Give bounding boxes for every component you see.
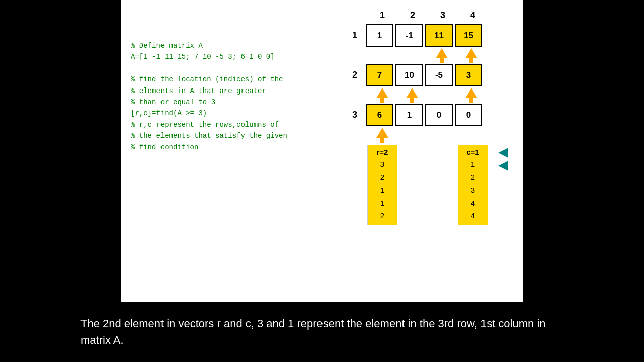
arrow-cell-1-4	[456, 48, 486, 63]
row-header-3: 3	[345, 110, 365, 120]
code-line-3	[131, 63, 287, 74]
cell-2-3: -5	[425, 64, 453, 86]
black-right-bar	[523, 0, 644, 302]
cell-2-4: 3	[455, 64, 482, 86]
cell-2-2: 10	[395, 64, 423, 86]
caption-text: The 2nd element in vectors r and c, 3 an…	[80, 315, 564, 348]
cell-1-4: 15	[455, 24, 482, 47]
cell-1-3: 11	[425, 24, 453, 47]
arrow-up-3-1	[376, 128, 388, 138]
result-r-values: 32112	[372, 158, 393, 222]
cell-3-3: 0	[425, 104, 453, 126]
arrow-shaft-2-1	[380, 98, 384, 103]
arrow-cell-2-2	[397, 88, 427, 103]
code-line-9: % the elements that satisfy the given	[131, 130, 287, 141]
result-r-box: r=2 32112	[367, 145, 397, 225]
arrow-up-2-1	[376, 88, 388, 98]
result-c-box: c=1 12344	[458, 145, 488, 225]
slide-content: % Define matrix A A=[1 -1 11 15; 7 10 -5…	[121, 0, 523, 302]
arrow-up-2-4	[465, 88, 477, 98]
cell-1-1: 1	[366, 24, 393, 47]
col-header-1: 1	[367, 10, 397, 21]
code-line-6: % than or equal to 3	[131, 97, 287, 108]
code-line-8: % r,c represent the rows,columns of	[131, 119, 287, 130]
arrow-cell-1-3	[427, 48, 456, 63]
code-line-1: % Define matrix A	[131, 40, 287, 51]
arrow-shaft-3-1	[380, 138, 384, 143]
col-header-2: 2	[397, 10, 428, 21]
cell-1-2: -1	[395, 24, 423, 47]
code-line-7: [r,c]=find(A >= 3)	[131, 108, 287, 119]
arrows-row3	[367, 128, 508, 142]
arrow-shaft-2-2	[410, 98, 414, 103]
code-section: % Define matrix A A=[1 -1 11 15; 7 10 -5…	[131, 40, 287, 153]
arrow-up-1-3	[436, 48, 448, 58]
code-line-2: A=[1 -1 11 15; 7 10 -5 3; 6 1 0 0]	[131, 51, 287, 62]
col-headers: 1 2 3 4	[367, 10, 508, 21]
arrow-cell-3-1	[367, 128, 397, 143]
arrows-right-section	[498, 148, 508, 171]
matrix-row-1: 1 1 -1 11 15	[345, 23, 508, 48]
arrow-shaft-1-3	[440, 58, 444, 63]
arrow-up-1-4	[465, 48, 477, 58]
arrow-cell-2-1	[367, 88, 397, 103]
black-left-bar	[0, 0, 121, 302]
arrow-cell-2-4	[456, 88, 486, 103]
arrows-row1	[367, 49, 508, 63]
arrows-row2	[367, 88, 508, 103]
code-line-4: % find the location (indices) of the	[131, 74, 287, 85]
result-c-values: 12344	[462, 158, 484, 222]
arrow-left-2	[498, 161, 508, 171]
arrow-shaft-2-4	[469, 98, 473, 103]
cell-3-1: 6	[366, 104, 393, 126]
cell-3-2: 1	[395, 104, 423, 126]
slide-wrapper: % Define matrix A A=[1 -1 11 15; 7 10 -5…	[0, 0, 644, 302]
matrix-row-3: 3 6 1 0 0	[345, 103, 508, 127]
cell-2-1: 7	[366, 64, 393, 86]
caption-bar: The 2nd element in vectors r and c, 3 an…	[0, 302, 644, 362]
matrix-row-2: 2 7 10 -5 3	[345, 63, 508, 87]
result-r-header: r=2	[372, 148, 393, 156]
arrow-shaft-1-4	[469, 58, 473, 63]
arrow-left-1	[498, 148, 508, 158]
col-header-3: 3	[428, 10, 458, 21]
row-header-1: 1	[345, 30, 365, 41]
arrow-up-2-2	[406, 88, 418, 98]
matrix-section: 1 2 3 4 1 1 -1 11 15	[345, 10, 508, 225]
col-header-4: 4	[458, 10, 488, 21]
code-line-5: % elements in A that are greater	[131, 85, 287, 97]
main-container: % Define matrix A A=[1 -1 11 15; 7 10 -5…	[0, 0, 644, 362]
row-header-2: 2	[345, 70, 365, 80]
result-row: r=2 32112 c=1 12344	[367, 145, 508, 225]
code-line-10: % find condition	[131, 142, 287, 153]
cell-3-4: 0	[455, 104, 482, 126]
result-c-header: c=1	[462, 148, 484, 156]
